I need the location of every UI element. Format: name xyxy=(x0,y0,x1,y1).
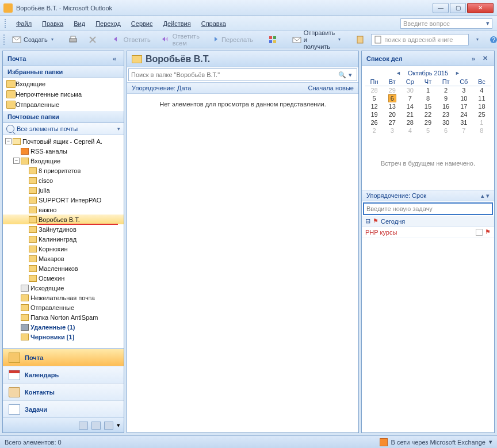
sort-order[interactable]: Сначала новые xyxy=(308,85,354,91)
tree-node[interactable]: Черновики [1] xyxy=(3,332,124,342)
tree-node[interactable]: Нежелательная почта xyxy=(3,293,124,303)
tree-node[interactable]: Удаленные (1) xyxy=(3,322,124,332)
tree-node[interactable]: SUPPORT ИнтерРАО xyxy=(3,195,124,205)
calendar-day[interactable]: 13 xyxy=(383,102,401,110)
nav-contacts-button[interactable]: Контакты xyxy=(3,383,124,400)
forward-button[interactable]: Переслать xyxy=(206,33,257,46)
menu-view[interactable]: Вид xyxy=(69,18,90,29)
categorize-button[interactable] xyxy=(264,33,281,46)
reply-all-button[interactable]: Ответить всем xyxy=(157,33,204,46)
calendar-day[interactable]: 10 xyxy=(455,94,473,102)
minimize-button[interactable]: — xyxy=(433,3,449,13)
calendar-day[interactable]: 15 xyxy=(419,102,437,110)
print-button[interactable] xyxy=(64,33,82,46)
folder-search[interactable]: 🔍 ▾ xyxy=(128,68,357,81)
calendar-day[interactable]: 20 xyxy=(383,110,401,118)
shortcuts-icon[interactable] xyxy=(104,422,113,430)
search-dropdown[interactable]: ▾ xyxy=(346,71,354,79)
calendar-day[interactable]: 14 xyxy=(401,102,419,110)
calendar-day[interactable]: 3 xyxy=(383,127,401,135)
calendar-day[interactable]: 18 xyxy=(473,102,491,110)
calendar-day[interactable]: 27 xyxy=(383,118,401,127)
folder-search-input[interactable] xyxy=(131,71,338,78)
calendar-day[interactable]: 22 xyxy=(419,110,437,118)
calendar-day[interactable]: 28 xyxy=(401,118,419,127)
tree-node[interactable]: важно xyxy=(3,205,124,215)
calendar-day[interactable]: 12 xyxy=(365,102,383,110)
calendar-day[interactable]: 11 xyxy=(473,94,491,102)
expand-icon[interactable]: − xyxy=(5,138,12,144)
nav-mail-button[interactable]: Почта xyxy=(3,349,124,366)
calendar-day[interactable]: 17 xyxy=(455,102,473,110)
calendar-day[interactable]: 8 xyxy=(419,94,437,102)
calendar-day[interactable]: 3 xyxy=(455,86,473,95)
favorites-header[interactable]: Избранные папки xyxy=(3,66,124,78)
menu-edit[interactable]: Правка xyxy=(37,18,68,29)
tree-node[interactable]: Калининград xyxy=(3,234,124,244)
menu-go[interactable]: Переход xyxy=(91,18,125,29)
tree-node[interactable]: 8 приоритетов xyxy=(3,166,124,175)
tree-node[interactable]: cisco xyxy=(3,175,124,185)
menu-actions[interactable]: Действия xyxy=(159,18,196,29)
search-icon[interactable]: 🔍 xyxy=(338,71,346,79)
task-sort-header[interactable]: Упорядочение: Срок▴ ▾ xyxy=(362,190,494,201)
new-button[interactable]: Создать xyxy=(8,33,58,46)
maximize-button[interactable]: ▢ xyxy=(450,3,466,13)
tree-node[interactable]: Воробьев В.Т. xyxy=(3,215,124,224)
collapse-nav-button[interactable]: « xyxy=(110,54,119,63)
nav-tasks-button[interactable]: Задачи xyxy=(3,400,124,418)
send-receive-button[interactable]: Отправить и получить xyxy=(288,33,345,46)
calendar-day[interactable]: 9 xyxy=(437,94,455,102)
find-contact-button[interactable] xyxy=(351,33,369,46)
sort-field[interactable]: Упорядочение: Дата xyxy=(132,85,191,91)
favorite-folder[interactable]: Отправленные xyxy=(3,99,124,110)
calendar-day[interactable]: 30 xyxy=(401,86,419,95)
menu-help[interactable]: Справка xyxy=(197,18,231,29)
sort-bar[interactable]: Упорядочение: Дата Сначала новые xyxy=(127,82,358,94)
calendar-day[interactable]: 5 xyxy=(365,94,383,102)
close-button[interactable]: ✕ xyxy=(467,3,494,13)
tree-node[interactable]: julia xyxy=(3,185,124,195)
mail-folders-header[interactable]: Почтовые папки xyxy=(3,111,124,122)
tree-node[interactable]: RSS-каналы xyxy=(3,146,124,156)
calendar-grid[interactable]: ПнВтСрЧтПтСбВс28293012345678910111213141… xyxy=(365,78,491,135)
calendar-day[interactable]: 28 xyxy=(365,86,383,95)
status-dropdown[interactable]: ▾ xyxy=(489,438,492,446)
all-mail-items-selector[interactable]: Все элементы почты xyxy=(3,122,124,135)
favorite-folder[interactable]: Непрочтенные письма xyxy=(3,89,124,99)
calendar-day[interactable]: 29 xyxy=(419,118,437,127)
calendar-day[interactable]: 19 xyxy=(365,110,383,118)
delete-button[interactable] xyxy=(84,33,101,46)
calendar-day[interactable]: 7 xyxy=(455,127,473,135)
tree-node[interactable]: Осмехин xyxy=(3,273,124,283)
new-task-input[interactable]: Введите новую задачу xyxy=(363,202,493,215)
tree-node[interactable]: Макаров xyxy=(3,254,124,263)
calendar-day[interactable]: 24 xyxy=(455,110,473,118)
tree-node[interactable]: Исходящие xyxy=(3,283,124,293)
tree-node[interactable]: Корнюхин xyxy=(3,244,124,254)
calendar-day[interactable]: 25 xyxy=(473,110,491,118)
close-todo-button[interactable]: ✕ xyxy=(480,54,490,63)
calendar-day[interactable]: 16 xyxy=(437,102,455,110)
calendar-day[interactable]: 31 xyxy=(455,118,473,127)
calendar-day[interactable]: 5 xyxy=(419,127,437,135)
calendar-day[interactable]: 2 xyxy=(365,127,383,135)
tree-node[interactable]: Папка Norton AntiSpam xyxy=(3,312,124,322)
address-dropdown[interactable] xyxy=(471,33,483,46)
tree-node[interactable]: Отправленные xyxy=(3,303,124,312)
tree-node[interactable]: Зайнутдинов xyxy=(3,224,124,234)
reply-button[interactable]: Ответить xyxy=(108,33,155,46)
help-button[interactable]: ? xyxy=(485,33,497,46)
flag-icon[interactable]: ⚑ xyxy=(485,228,491,236)
calendar-day[interactable]: 1 xyxy=(419,86,437,95)
calendar-day[interactable]: 2 xyxy=(437,86,455,95)
tree-node[interactable]: −Входящие xyxy=(3,156,124,166)
expand-icon[interactable]: − xyxy=(13,158,20,164)
folder-list-icon[interactable] xyxy=(91,422,101,430)
menu-tools[interactable]: Сервис xyxy=(127,18,158,29)
tree-node[interactable]: Масленников xyxy=(3,263,124,273)
calendar-day[interactable]: 6 xyxy=(383,94,401,102)
calendar-day[interactable]: 4 xyxy=(473,86,491,95)
configure-buttons[interactable]: ▾ xyxy=(117,422,120,429)
help-search-input[interactable]: Введите вопрос xyxy=(400,18,492,29)
